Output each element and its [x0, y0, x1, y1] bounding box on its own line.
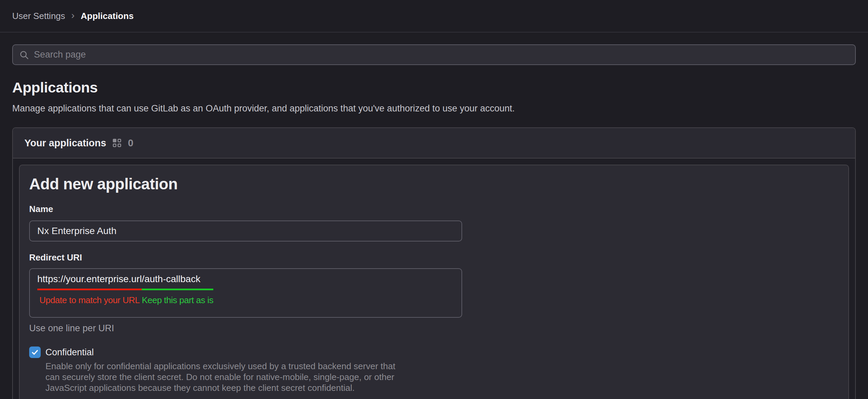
- page-search-box[interactable]: [12, 44, 856, 65]
- breadcrumb-user-settings-link[interactable]: User Settings: [12, 11, 65, 21]
- confidential-help: Enable only for confidential application…: [45, 361, 839, 393]
- confidential-help-line: JavaScript applications because they can…: [45, 382, 839, 393]
- applications-grid-icon: [112, 138, 122, 148]
- breadcrumb-current-page: Applications: [81, 11, 134, 21]
- confidential-help-line: Enable only for confidential application…: [45, 361, 839, 372]
- add-new-application-card: Add new application Name Redirect URI ht…: [19, 165, 849, 399]
- redirect-uri-label: Redirect URI: [29, 252, 839, 263]
- redirect-uri-value: https://your.enterprise.url /auth-callba…: [37, 274, 213, 306]
- name-label: Name: [29, 204, 839, 214]
- confidential-checkbox[interactable]: [29, 346, 41, 358]
- your-applications-body: Add new application Name Redirect URI ht…: [13, 159, 855, 399]
- annotation-keep-part: Keep this part as is: [142, 290, 213, 306]
- redirect-uri-textarea[interactable]: https://your.enterprise.url /auth-callba…: [29, 268, 462, 318]
- redirect-uri-callback-part: /auth-callback: [142, 274, 213, 290]
- confidential-help-line: can securely store the client secret. Do…: [45, 372, 839, 382]
- add-application-title: Add new application: [29, 175, 839, 193]
- breadcrumb: User Settings › Applications: [0, 0, 868, 33]
- chevron-right-icon: ›: [71, 10, 75, 22]
- checkmark-icon: [31, 348, 39, 356]
- your-applications-title: Your applications: [24, 138, 106, 149]
- page-description: Manage applications that can use GitLab …: [12, 103, 856, 114]
- redirect-uri-host-part: https://your.enterprise.url: [37, 274, 142, 290]
- page-title: Applications: [12, 79, 856, 96]
- applications-count: 0: [128, 138, 133, 149]
- annotation-update-url: Update to match your URL: [37, 290, 142, 306]
- search-input[interactable]: [34, 49, 849, 60]
- application-name-input[interactable]: [29, 220, 462, 241]
- confidential-checkbox-row: Confidential: [29, 346, 839, 358]
- confidential-label[interactable]: Confidential: [45, 347, 94, 358]
- main-content: Applications Manage applications that ca…: [0, 44, 868, 399]
- redirect-uri-help: Use one line per URI: [29, 323, 839, 334]
- your-applications-panel: Your applications 0 Add new application …: [12, 127, 856, 399]
- your-applications-header: Your applications 0: [13, 128, 855, 159]
- search-icon: [19, 50, 29, 60]
